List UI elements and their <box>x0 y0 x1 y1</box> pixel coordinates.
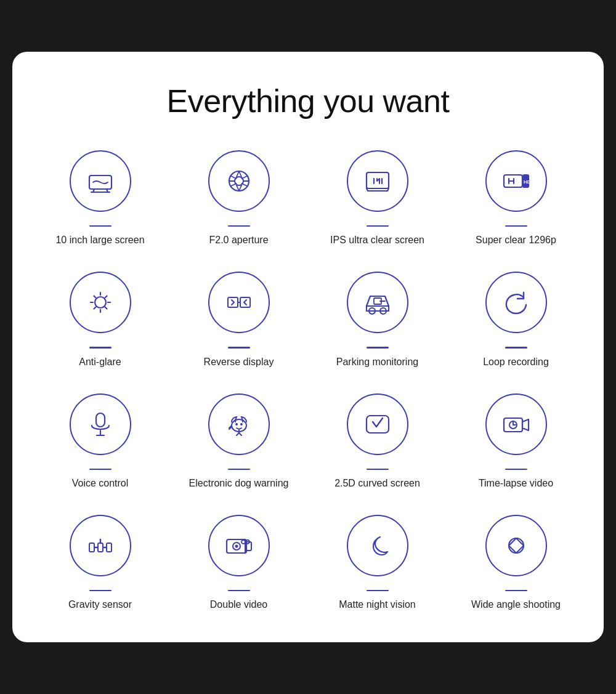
svg-rect-17 <box>240 297 250 307</box>
loop-recording-icon-circle <box>485 272 547 333</box>
feature-item-super-clear: HD Super clear 1296p <box>453 150 579 247</box>
svg-point-7 <box>95 297 106 308</box>
timelapse-label: Time-lapse video <box>479 477 553 490</box>
main-card: Everything you want 10 inch large screen… <box>12 52 604 642</box>
night-vision-label: Matte night vision <box>339 599 416 611</box>
electronic-dog-label: Electronic dog warning <box>189 477 289 490</box>
aperture-icon-circle <box>208 150 270 212</box>
svg-line-13 <box>105 307 107 309</box>
svg-point-25 <box>235 423 238 426</box>
svg-point-40 <box>235 544 238 547</box>
svg-line-14 <box>105 296 107 298</box>
features-grid: 10 inch large screen F2.0 aperture IPS u… <box>37 150 579 611</box>
reverse-display-icon-circle <box>208 272 270 333</box>
curved-screen-label: 2.5D curved screen <box>334 477 420 490</box>
reverse-display-underline <box>228 347 250 349</box>
night-vision-icon-circle <box>347 515 408 576</box>
feature-item-timelapse: Time-lapse video <box>453 393 579 490</box>
timelapse-underline <box>505 469 527 470</box>
reverse-display-label: Reverse display <box>204 356 274 369</box>
voice-control-icon-circle <box>70 393 131 455</box>
curved-screen-icon-circle <box>347 393 408 455</box>
feature-item-gravity-sensor: Gravity sensor <box>37 515 163 611</box>
electronic-dog-underline <box>228 469 250 470</box>
svg-line-12 <box>94 296 95 298</box>
svg-text:HD: HD <box>524 179 531 185</box>
anti-glare-label: Anti-glare <box>79 356 121 369</box>
ips-screen-label: IPS ultra clear screen <box>330 234 424 247</box>
feature-item-night-vision: Matte night vision <box>314 515 440 611</box>
gravity-sensor-icon-circle <box>70 515 131 576</box>
page-title: Everything you want <box>37 83 579 119</box>
feature-item-ips-screen: IPS ultra clear screen <box>314 150 440 247</box>
svg-rect-21 <box>96 413 105 427</box>
loop-recording-underline <box>505 347 527 349</box>
ips-screen-underline <box>367 225 389 227</box>
aperture-label: F2.0 aperture <box>209 234 268 247</box>
ips-screen-icon-circle <box>347 150 408 212</box>
svg-line-15 <box>94 307 95 309</box>
feature-item-aperture: F2.0 aperture <box>176 150 302 247</box>
voice-control-label: Voice control <box>72 477 129 490</box>
svg-point-44 <box>509 538 524 553</box>
feature-item-wide-angle: Wide angle shooting <box>453 515 579 611</box>
feature-item-anti-glare: Anti-glare <box>37 272 163 368</box>
parking-monitoring-icon-circle <box>347 272 408 333</box>
svg-rect-16 <box>228 297 238 307</box>
feature-item-loop-recording: Loop recording <box>453 272 579 368</box>
feature-item-voice-control: Voice control <box>37 393 163 490</box>
super-clear-label: Super clear 1296p <box>476 234 556 247</box>
curved-screen-underline <box>367 469 389 470</box>
feature-item-electronic-dog: Electronic dog warning <box>176 393 302 490</box>
parking-monitoring-underline <box>367 347 389 349</box>
feature-item-large-screen: 10 inch large screen <box>37 150 163 247</box>
double-video-label: Double video <box>210 599 267 611</box>
large-screen-label: 10 inch large screen <box>55 234 144 247</box>
electronic-dog-icon-circle <box>208 393 270 455</box>
parking-monitoring-label: Parking monitoring <box>336 356 418 369</box>
svg-point-26 <box>240 423 243 426</box>
anti-glare-icon-circle <box>70 272 131 333</box>
timelapse-icon-circle <box>485 393 547 455</box>
night-vision-underline <box>367 590 389 592</box>
feature-item-parking-monitoring: Parking monitoring <box>314 272 440 368</box>
loop-recording-label: Loop recording <box>483 356 549 369</box>
gravity-sensor-underline <box>89 590 111 592</box>
double-video-underline <box>228 590 250 592</box>
super-clear-underline <box>505 225 527 227</box>
super-clear-icon-circle: HD <box>485 150 547 212</box>
large-screen-icon-circle <box>70 150 131 212</box>
wide-angle-underline <box>505 590 527 592</box>
feature-item-reverse-display: Reverse display <box>176 272 302 368</box>
wide-angle-label: Wide angle shooting <box>471 599 561 611</box>
feature-item-curved-screen: 2.5D curved screen <box>314 393 440 490</box>
aperture-underline <box>228 225 250 227</box>
double-video-icon-circle <box>208 515 270 576</box>
large-screen-underline <box>89 225 111 227</box>
voice-control-underline <box>89 469 111 470</box>
feature-item-double-video: Double video <box>176 515 302 611</box>
gravity-sensor-label: Gravity sensor <box>68 599 132 611</box>
wide-angle-icon-circle <box>485 515 547 576</box>
anti-glare-underline <box>89 347 111 349</box>
